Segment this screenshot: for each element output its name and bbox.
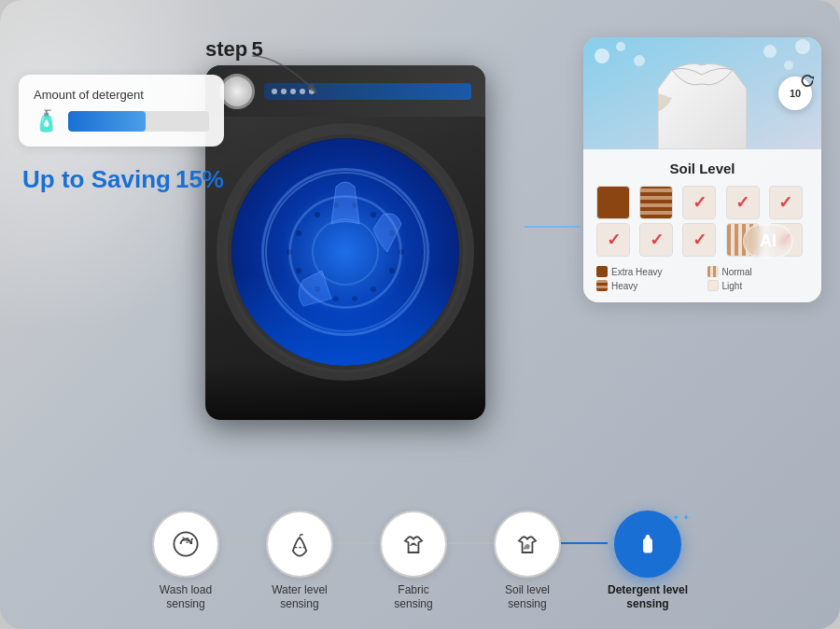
soil-level-label: Soil levelsensing [505,583,550,612]
detergent-card: Amount of detergent 🧴 [19,75,224,147]
saving-label: Up to Saving [22,165,171,193]
connector-3 [447,542,494,544]
top-section: step 5 Amount of detergent 🧴 Up to Savin… [19,19,821,476]
ai-connector-line [525,226,581,228]
soil-cell-check-4: ✓ [596,223,630,257]
legend-heavy: Heavy [596,280,698,291]
rotation-badge: 10 [778,77,812,110]
soil-cell-extra-heavy [596,186,630,219]
detergent-bar-row: 🧴 [34,109,209,133]
rotation-number: 10 [790,88,801,99]
legend-swatch-heavy [596,280,608,291]
sense-step-water-level: Water levelsensing [266,510,333,612]
svg-point-24 [795,39,810,54]
check-icon-5: ✓ [650,230,664,250]
svg-point-21 [634,55,645,66]
water-level-label: Water levelsensing [272,583,328,612]
soil-cell-check-1: ✓ [682,186,716,219]
svg-rect-34 [644,546,651,552]
sense-step-wash-load: kg Wash loadsensing [152,510,219,612]
detergent-bar-container [68,111,209,132]
detergent-icon [631,527,665,561]
svg-rect-33 [646,535,650,538]
legend-label-heavy: Heavy [611,281,637,291]
connector-1 [219,542,266,544]
check-icon-4: ✓ [607,230,621,250]
legend-swatch-light [707,280,719,291]
fabric-icon [397,527,430,561]
soil-title: Soil Level [596,161,808,176]
legend-normal: Normal [707,266,809,277]
left-panel: Amount of detergent 🧴 Up to Saving 15% [19,75,224,194]
saving-value: 15% [175,165,224,193]
svg-point-20 [616,42,625,51]
soil-level-icon [511,527,544,561]
svg-text:kg: kg [182,536,189,543]
sense-step-detergent: ✦ ✦ Detergent levelsensing [608,510,688,612]
check-icon-6: ✓ [693,230,707,250]
soil-legend: Extra Heavy Normal Heavy Light [596,266,808,291]
detergent-label: Detergent levelsensing [608,583,688,612]
detergent-label: Amount of detergent [34,88,209,102]
water-level-icon [283,527,316,561]
sense-step-soil-level: Soil levelsensing [494,510,561,612]
sparkle-dots: ✦ ✦ [672,512,690,523]
soil-cell-check-2: ✓ [726,186,760,219]
legend-extra-heavy: Extra Heavy [596,266,698,277]
washer-body [205,65,485,420]
soil-cell-check-5: ✓ [639,223,673,257]
saving-text: Up to Saving 15% [19,165,224,194]
connector-2 [333,542,380,544]
legend-label-normal: Normal [722,267,752,277]
connector-4 [561,542,608,544]
legend-light: Light [707,280,809,291]
wash-load-circle[interactable]: kg [152,510,219,578]
soil-cell-heavy-1 [639,186,673,219]
step-word: step [205,37,247,61]
right-panel: 10 Soil Level ✓ ✓ [583,37,821,302]
soil-level-circle[interactable] [494,510,561,578]
bottom-section: kg Wash loadsensing Water levelsensing [9,510,831,612]
wash-load-label: Wash loadsensing [160,583,212,612]
fabric-circle[interactable] [380,510,447,578]
legend-label-extra-heavy: Extra Heavy [611,267,662,277]
sense-step-fabric: Fabricsensing [380,510,447,612]
wash-load-icon: kg [169,527,203,561]
soil-image-area: 10 [583,37,821,149]
ai-badge: AI [743,224,793,259]
detergent-circle[interactable] [614,510,681,578]
soil-cell-check-6: ✓ [682,223,716,257]
check-icon-3: ✓ [778,192,792,213]
soil-cell-check-3: ✓ [769,186,803,219]
svg-point-30 [524,547,526,550]
fabric-label: Fabricsensing [394,583,432,612]
legend-label-light: Light [722,281,743,291]
svg-point-19 [595,49,609,63]
soil-content: Soil Level ✓ ✓ ✓ [583,149,821,302]
detergent-bar-fill [68,111,146,132]
legend-swatch-extra-heavy [596,266,608,277]
check-icon-1: ✓ [693,192,707,213]
legend-swatch-normal [707,266,719,277]
water-level-circle[interactable] [266,510,333,578]
svg-point-22 [763,45,777,58]
main-container: step 5 Amount of detergent 🧴 Up to Savin… [0,0,840,629]
svg-point-23 [784,61,793,70]
drum-door-frame [217,123,474,381]
check-icon-2: ✓ [735,192,749,213]
detergent-bottle-icon: 🧴 [34,109,59,133]
soil-card: 10 Soil Level ✓ ✓ [583,37,821,302]
step-connector-svg [243,47,355,103]
